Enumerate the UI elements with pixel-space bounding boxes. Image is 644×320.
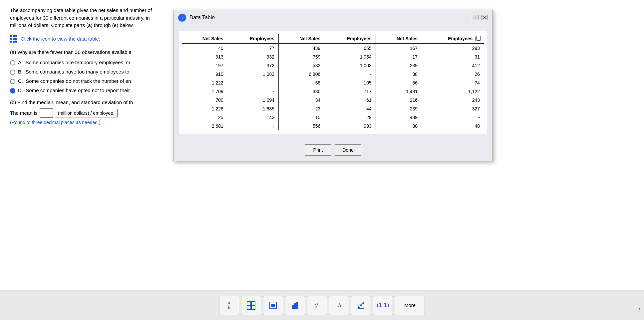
icon-row[interactable]: Click the icon to view the data table. — [10, 35, 163, 43]
table-row: 9101,0836,806-3826 — [182, 70, 484, 79]
svg-point-11 — [362, 302, 364, 304]
option-a[interactable]: A. Some companies hire temporary employe… — [10, 60, 163, 66]
table-cell: 25 — [182, 113, 227, 122]
fraction-icon: a b — [226, 301, 232, 310]
table-cell: 77 — [227, 44, 279, 53]
table-cell: 74 — [422, 79, 484, 87]
table-cell: 412 — [422, 61, 484, 70]
sqrt-x-button[interactable]: √i — [329, 296, 349, 315]
modal-controls: — ✕ — [472, 15, 488, 20]
table-cell: 44 — [324, 104, 376, 113]
chevron-right-icon[interactable]: › — [638, 305, 641, 313]
table-cell: 1,003 — [324, 61, 376, 70]
table-cell: 167 — [376, 44, 422, 53]
dots-bar-button[interactable] — [351, 296, 371, 315]
table-icon[interactable] — [10, 35, 17, 43]
table-cell: 1,094 — [227, 96, 279, 104]
svg-rect-5 — [271, 304, 275, 307]
table-cell: 439 — [376, 113, 422, 122]
table-row: 1,2261,6352344239327 — [182, 104, 484, 113]
options-list: A. Some companies hire temporary employe… — [10, 60, 163, 93]
table-cell: 6,806 — [279, 70, 324, 79]
svg-rect-0 — [247, 301, 251, 305]
fraction-button[interactable]: a b — [219, 296, 239, 315]
table-cell: - — [422, 113, 484, 122]
table-cell: - — [227, 122, 279, 130]
data-table-modal: i Data Table — ✕ Net Sales Employees Net… — [173, 10, 493, 161]
table-cell: 1,481 — [376, 87, 422, 96]
option-d[interactable]: D. Some companies have opted not to repo… — [10, 87, 163, 93]
table-cell: 29 — [324, 113, 376, 122]
table-cell: 655 — [324, 44, 376, 53]
copy-icon[interactable] — [475, 37, 480, 41]
option-b[interactable]: B. Some companies have too many employee… — [10, 69, 163, 75]
grid-split-icon — [246, 301, 256, 310]
col-header-employees-3: Employees — [422, 34, 484, 44]
table-cell: 910 — [182, 70, 227, 79]
table-cell: 327 — [422, 104, 484, 113]
table-cell: 239 — [376, 61, 422, 70]
table-cell: 1,083 — [227, 70, 279, 79]
table-cell: 582 — [279, 61, 324, 70]
close-button[interactable]: ✕ — [481, 15, 488, 20]
mean-row: The mean is (million dollars) / employee… — [10, 108, 163, 118]
modal-body: Net Sales Employees Net Sales Employees … — [179, 31, 487, 134]
table-cell: 15 — [279, 113, 324, 122]
svg-rect-2 — [247, 306, 251, 309]
icon-label[interactable]: Click the icon to view the data table. — [21, 36, 100, 42]
small-square-button[interactable] — [263, 296, 283, 315]
table-cell: 30 — [376, 122, 422, 130]
table-cell: 932 — [227, 53, 279, 61]
table-cell: 31 — [422, 53, 484, 61]
minimize-button[interactable]: — — [472, 15, 479, 20]
svg-rect-6 — [292, 305, 294, 309]
col-header-net-sales-1: Net Sales — [182, 34, 227, 44]
table-cell: 56 — [376, 79, 422, 87]
done-button[interactable]: Done — [335, 144, 361, 156]
intro-text: The accompanying data table gives the ne… — [10, 7, 163, 29]
info-icon: i — [178, 14, 186, 22]
parenthesis-icon: (1.1) — [377, 302, 389, 309]
more-button[interactable]: More — [395, 296, 425, 315]
sqrt-button[interactable]: √i — [307, 296, 327, 315]
table-cell: 439 — [279, 44, 324, 53]
table-row: 25431529439- — [182, 113, 484, 122]
table-cell: 48 — [422, 122, 484, 130]
table-cell: 293 — [422, 44, 484, 53]
table-cell: 1,054 — [324, 53, 376, 61]
table-cell: 759 — [279, 53, 324, 61]
radio-a[interactable] — [10, 60, 15, 66]
table-cell: 38 — [376, 70, 422, 79]
col-header-employees-1: Employees — [227, 34, 279, 44]
table-cell: 105 — [324, 79, 376, 87]
table-cell: 40 — [182, 44, 227, 53]
table-cell: 556 — [279, 122, 324, 130]
col-header-employees-2: Employees — [324, 34, 376, 44]
grid-split-button[interactable] — [241, 296, 261, 315]
modal-title: Data Table — [189, 15, 469, 21]
table-row: 7001,0943461216243 — [182, 96, 484, 104]
table-cell: 216 — [376, 96, 422, 104]
option-c[interactable]: C. Some companies do not track the numbe… — [10, 78, 163, 84]
table-row: 1,222-581055674 — [182, 79, 484, 87]
mean-suffix: (million dollars) / employee. — [55, 109, 118, 117]
table-row: 1,709-3807171,4811,122 — [182, 87, 484, 96]
parenthesis-button[interactable]: (1.1) — [373, 296, 393, 315]
table-row: 1973725821,003239412 — [182, 61, 484, 70]
sqrt-x-icon: √i — [337, 302, 341, 308]
radio-b[interactable] — [10, 70, 15, 75]
col-header-net-sales-3: Net Sales — [376, 34, 422, 44]
table-cell: 197 — [182, 61, 227, 70]
table-cell: 717 — [324, 87, 376, 96]
round-note: (Round to three decimal places as needed… — [10, 120, 163, 125]
mean-input[interactable] — [40, 108, 53, 118]
svg-point-9 — [358, 306, 360, 308]
table-cell: 43 — [227, 113, 279, 122]
print-button[interactable]: Print — [305, 144, 331, 156]
table-cell: 34 — [279, 96, 324, 104]
radio-d[interactable] — [10, 88, 15, 93]
table-cell: - — [324, 70, 376, 79]
bar-chart-button[interactable] — [285, 296, 305, 315]
table-cell: 1,222 — [182, 79, 227, 87]
radio-c[interactable] — [10, 79, 15, 84]
